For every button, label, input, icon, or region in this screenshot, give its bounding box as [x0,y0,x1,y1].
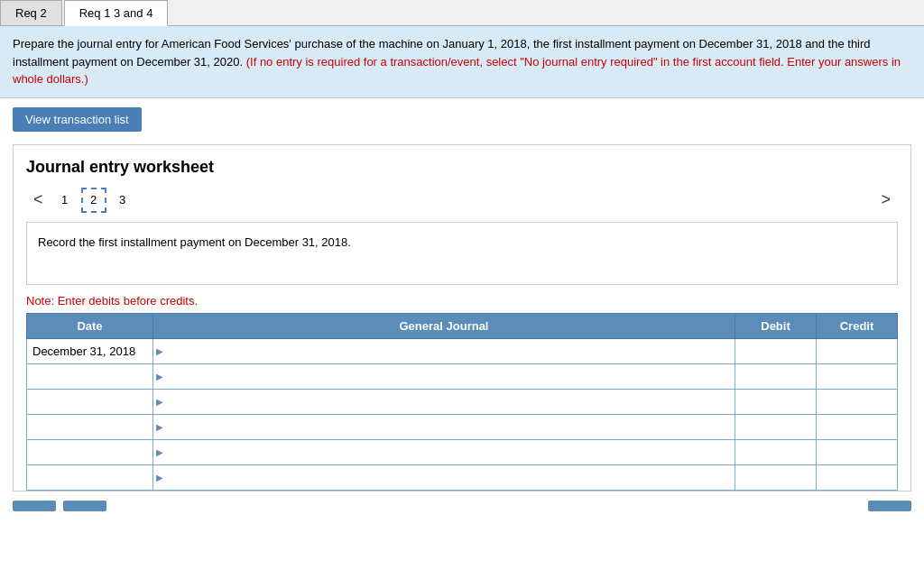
journal-input-5[interactable] [166,471,729,484]
page-2-active[interactable]: 2 [81,188,106,213]
journal-input-0[interactable] [166,345,729,358]
table-row-journal-4[interactable] [153,439,735,464]
journal-input-3[interactable] [166,420,729,434]
debit-input-1[interactable] [741,370,810,383]
table-row [27,464,898,490]
table-row-credit-5[interactable] [817,464,898,490]
table-row [27,439,898,464]
credit-input-1[interactable] [822,370,892,383]
credit-input-3[interactable] [822,420,892,434]
tab-bar: Req 2 Req 1 3 and 4 [0,0,924,26]
col-header-date: Date [27,313,153,338]
table-row-debit-5[interactable] [735,464,817,490]
tab-req2[interactable]: Req 2 [0,0,62,25]
table-row-journal-5[interactable] [153,464,735,490]
page-3[interactable]: 3 [110,188,135,213]
bottom-btn-3[interactable] [868,501,911,511]
table-row-debit-4[interactable] [735,439,817,464]
nav-row: < 1 2 3 > [26,188,898,213]
worksheet-title: Journal entry worksheet [26,158,898,177]
credit-input-5[interactable] [822,471,892,484]
prev-arrow[interactable]: < [26,188,51,211]
col-header-journal: General Journal [153,313,735,338]
col-header-debit: Debit [735,313,817,338]
debit-input-2[interactable] [741,395,810,409]
table-row-date-4 [27,439,153,464]
next-arrow[interactable]: > [873,188,898,211]
journal-table: Date General Journal Debit Credit Decemb… [26,313,898,491]
table-row: December 31, 2018 [27,338,898,363]
bottom-btn-2[interactable] [63,501,106,511]
debit-input-4[interactable] [741,446,810,459]
table-row-date-5 [27,464,153,490]
note-text: Note: Enter debits before credits. [26,294,898,308]
table-row-debit-1[interactable] [735,363,817,389]
table-row [27,389,898,414]
table-row-credit-4[interactable] [817,439,898,464]
table-row-date-2 [27,389,153,414]
table-row-credit-1[interactable] [817,363,898,389]
table-row-date-3 [27,414,153,439]
table-row-journal-0[interactable] [153,338,735,363]
table-row-journal-1[interactable] [153,363,735,389]
worksheet-container: Journal entry worksheet < 1 2 3 > Record… [13,144,911,492]
table-row-journal-3[interactable] [153,414,735,439]
table-row-credit-2[interactable] [817,389,898,414]
table-row-credit-0[interactable] [817,338,898,363]
bottom-bar [13,501,911,511]
journal-input-1[interactable] [166,370,729,383]
debit-input-3[interactable] [741,420,810,434]
table-row-credit-3[interactable] [817,414,898,439]
table-row [27,363,898,389]
credit-input-2[interactable] [822,395,892,409]
table-row-date-1 [27,363,153,389]
instructions-panel: Prepare the journal entry for American F… [0,26,924,98]
debit-input-5[interactable] [741,471,810,484]
journal-input-2[interactable] [166,395,729,409]
table-row-debit-2[interactable] [735,389,817,414]
table-row-debit-3[interactable] [735,414,817,439]
table-row-date-0: December 31, 2018 [27,338,153,363]
bottom-btn-1[interactable] [13,501,56,511]
page-1[interactable]: 1 [52,188,78,213]
journal-input-4[interactable] [166,446,729,459]
credit-input-4[interactable] [822,446,892,459]
tab-req1-3-4[interactable]: Req 1 3 and 4 [64,0,169,26]
description-box: Record the first installment payment on … [26,222,898,285]
debit-input-0[interactable] [741,345,810,358]
table-row-journal-2[interactable] [153,389,735,414]
table-row [27,414,898,439]
table-row-debit-0[interactable] [735,338,817,363]
col-header-credit: Credit [817,313,898,338]
credit-input-0[interactable] [822,345,892,358]
view-transaction-list-button[interactable]: View transaction list [13,107,142,132]
